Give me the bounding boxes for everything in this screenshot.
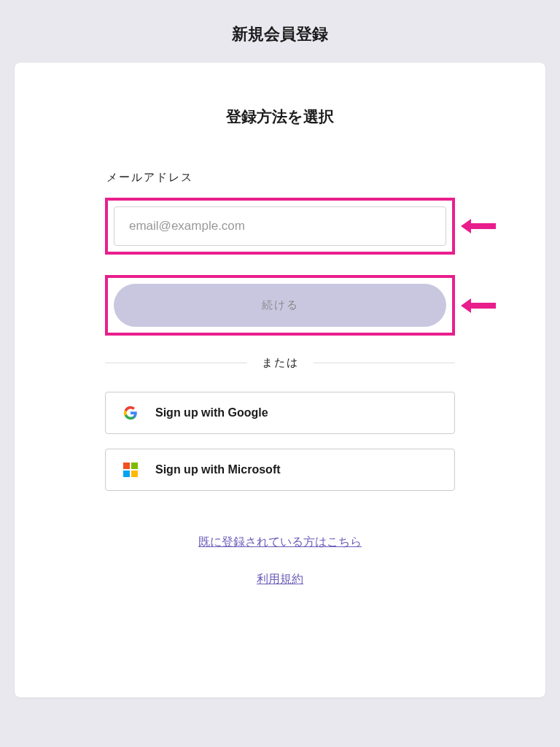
page-title: 新規会員登録 — [0, 0, 560, 63]
google-signup-label: Sign up with Google — [155, 406, 268, 419]
svg-rect-1 — [131, 462, 138, 469]
existing-user-link[interactable]: 既に登録されている方はこちら — [105, 535, 455, 550]
microsoft-icon — [123, 462, 138, 477]
divider-line — [105, 363, 247, 363]
card-title: 登録方法を選択 — [51, 107, 509, 127]
continue-highlight-box: 続ける — [105, 275, 455, 336]
svg-rect-0 — [123, 462, 130, 469]
form-container: メールアドレス 続ける または — [105, 171, 455, 587]
google-icon — [123, 406, 138, 420]
microsoft-signup-button[interactable]: Sign up with Microsoft — [105, 449, 455, 491]
arrow-icon — [461, 297, 496, 314]
divider: または — [105, 356, 455, 370]
svg-rect-3 — [131, 471, 138, 477]
signup-card: 登録方法を選択 メールアドレス 続ける または — [15, 63, 545, 697]
divider-line — [314, 363, 456, 363]
email-input[interactable] — [114, 206, 446, 246]
email-label: メールアドレス — [105, 171, 455, 185]
links-container: 既に登録されている方はこちら 利用規約 — [105, 535, 455, 587]
divider-text: または — [247, 356, 314, 370]
terms-link[interactable]: 利用規約 — [105, 572, 455, 587]
arrow-icon — [461, 217, 496, 235]
google-signup-button[interactable]: Sign up with Google — [105, 392, 455, 434]
continue-button[interactable]: 続ける — [114, 284, 446, 327]
microsoft-signup-label: Sign up with Microsoft — [155, 463, 281, 476]
svg-rect-2 — [123, 471, 130, 477]
email-highlight-box — [105, 198, 455, 255]
